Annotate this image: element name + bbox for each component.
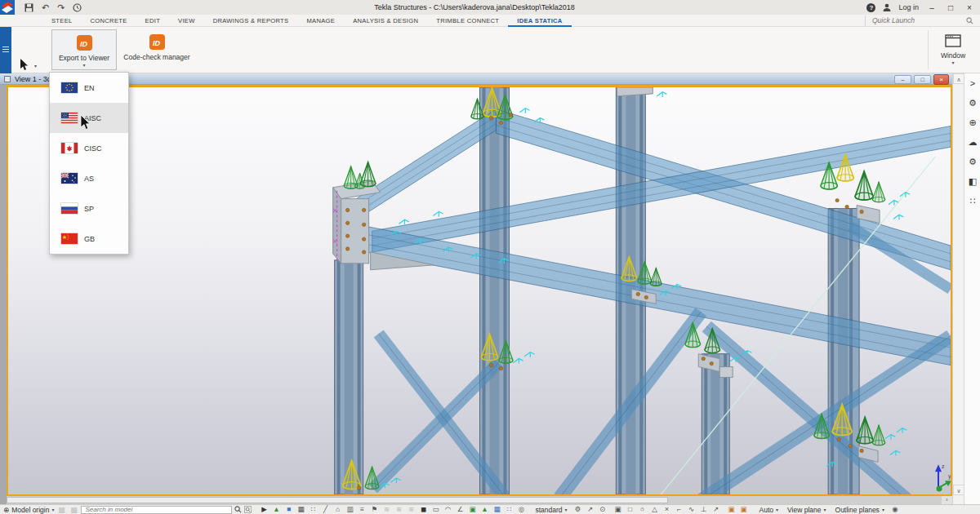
cube-3d-icon[interactable]: ◧	[964, 171, 980, 191]
select-filter-tee-icon[interactable]: ⊥	[699, 505, 709, 514]
select-filter-box-icon[interactable]: □	[626, 505, 635, 514]
history-clock-icon[interactable]	[73, 3, 82, 12]
window-button[interactable]: Window ▾	[933, 29, 973, 70]
file-menu-strip[interactable]	[0, 27, 11, 73]
scroll-down-icon[interactable]: ∨	[953, 485, 964, 495]
green-plate-icon[interactable]: ▣	[467, 505, 477, 514]
apps-grid-icon[interactable]: ∷	[964, 191, 980, 210]
code-option-gb[interactable]: GB	[50, 224, 128, 254]
view-maximize-button[interactable]: □	[914, 75, 931, 84]
select-pointer-icon[interactable]: ▶	[259, 505, 269, 514]
settings-gear-icon[interactable]: ⚙	[964, 152, 980, 171]
code-option-sp[interactable]: SP	[50, 193, 128, 224]
ribbon-tab[interactable]: ANALYSIS & DESIGN	[344, 15, 427, 27]
save-icon[interactable]	[24, 3, 33, 12]
select-filter-plate-icon[interactable]: ▣	[613, 505, 623, 514]
scroll-right-icon[interactable]: ›	[942, 496, 952, 504]
green-cone-icon[interactable]: ▲	[479, 505, 489, 514]
code-option-cisc[interactable]: CISC	[50, 133, 128, 163]
snap-points-icon[interactable]: ▲	[271, 505, 281, 514]
axis-y-label: y	[948, 473, 951, 480]
ribbon-tab[interactable]: IDEA STATICA	[508, 15, 571, 27]
orbit-tool-icon[interactable]: ⊙	[598, 505, 608, 514]
grid-snap-icon[interactable]: ▦	[296, 505, 305, 514]
outline-planes-dropdown[interactable]: Outline planes ▾	[832, 506, 888, 514]
select-filter-cross-icon[interactable]: ×	[662, 505, 672, 514]
ribbon-tab[interactable]: CONCRETE	[82, 15, 136, 27]
quick-launch-input[interactable]	[872, 16, 962, 25]
horizontal-scrollbar-thumb[interactable]	[7, 497, 668, 503]
model-origin-selector[interactable]: ⊕ Model origin ▾	[3, 506, 54, 514]
ribbon-tab[interactable]: MANAGE	[297, 15, 344, 27]
vertical-scrollbar[interactable]: ∧ ∨	[952, 73, 964, 504]
redo-icon[interactable]: ↷	[57, 0, 65, 15]
column-center	[479, 87, 509, 494]
flag-ca-icon	[61, 143, 78, 153]
window-title: Tekla Structures - C:\Users\kaderova.jan…	[82, 3, 866, 11]
view-toolbar: ⚙↗⊙	[573, 505, 608, 514]
fly-tool-icon[interactable]: ↗	[586, 505, 595, 514]
expand-panel-icon[interactable]: >	[964, 73, 980, 93]
minimize-button[interactable]: –	[926, 3, 938, 12]
view-plane-caret-icon: ▾	[824, 507, 826, 512]
select-tool-caret-icon[interactable]: ▾	[34, 63, 37, 69]
3d-viewport[interactable]: z y	[8, 87, 951, 494]
ribbon-tab[interactable]: DRAWINGS & REPORTS	[204, 15, 298, 27]
select-filter-corner-icon[interactable]: ⌐	[675, 505, 684, 514]
close-button[interactable]: ×	[964, 3, 975, 12]
login-button[interactable]: Log in	[898, 3, 919, 11]
code-check-manager-button[interactable]: ID Code-check manager	[119, 29, 194, 70]
hatch-snap-icon[interactable]: ▥	[345, 505, 354, 514]
blue-grid-icon[interactable]: ▦	[492, 505, 501, 514]
code-option-as[interactable]: AS	[50, 163, 128, 193]
select-cursor-icon[interactable]	[20, 59, 29, 71]
globe-icon[interactable]: ⊕	[964, 113, 980, 132]
component-box-icon-1[interactable]: ▣	[727, 505, 737, 514]
component-box-icon-2[interactable]: ▣	[739, 505, 749, 514]
divider	[865, 16, 866, 26]
angle-tool-icon[interactable]: ∠	[455, 505, 465, 514]
ribbon-tab[interactable]: VIEW	[169, 15, 204, 27]
view-close-button[interactable]: ×	[933, 74, 949, 85]
line-snap-icon[interactable]: ╱	[320, 505, 330, 514]
ribbon-tab[interactable]: STEEL	[42, 15, 82, 27]
color-swatch-icon[interactable]: ■	[283, 505, 293, 514]
export-to-viewer-button[interactable]: ID Export to Viewer ▾	[51, 29, 117, 70]
select-filter-wave-icon[interactable]: ∿	[687, 505, 697, 514]
undo-icon[interactable]: ↶	[42, 0, 49, 15]
snap-toolbar-disabled: ≋≋≋	[381, 505, 416, 514]
cloud-icon[interactable]: ☁	[964, 132, 980, 152]
plane-snap-icon[interactable]: ⌂	[332, 505, 342, 514]
auto-dropdown[interactable]: Auto ▾	[756, 506, 782, 514]
search-icon[interactable]	[234, 506, 242, 513]
point-snap-icon[interactable]: ∷	[308, 505, 318, 514]
solid-box-icon[interactable]: ◼	[418, 505, 428, 514]
visibility-eye-icon[interactable]: ◉	[890, 505, 900, 514]
view-window-titlebar[interactable]: View 1 - 3d	[0, 73, 952, 85]
scroll-up-icon[interactable]: ∧	[953, 73, 964, 84]
view-minimize-button[interactable]: –	[894, 75, 911, 84]
model-search-input[interactable]	[81, 506, 232, 514]
select-filter-circle-icon[interactable]: ○	[638, 505, 648, 514]
outline-box-icon[interactable]: ▭	[430, 505, 440, 514]
blue-points-icon[interactable]: ∷	[504, 505, 514, 514]
search-selected-icon[interactable]	[244, 506, 252, 513]
selection-filter-dropdown[interactable]: standard ▾	[532, 506, 570, 514]
help-icon[interactable]: ?	[866, 3, 875, 12]
select-filter-arrow-icon[interactable]: ↗	[711, 505, 721, 514]
flag-snap-icon[interactable]: ⚑	[369, 505, 379, 514]
ribbon-tab[interactable]: TRIMBLE CONNECT	[427, 15, 508, 27]
arc-tool-icon[interactable]: ◠	[443, 505, 452, 514]
horizontal-scrollbar[interactable]: ›	[7, 496, 952, 504]
zoom-tool-icon[interactable]: ◎	[516, 505, 526, 514]
ribbon-tab[interactable]: EDIT	[136, 15, 170, 27]
gear-question-icon[interactable]: ⚙	[964, 93, 980, 113]
view-plane-dropdown[interactable]: View plane ▾	[784, 506, 829, 514]
list-snap-icon[interactable]: ≡	[357, 505, 367, 514]
selection-filter-caret-icon: ▾	[565, 507, 568, 512]
settings-gear-icon[interactable]: ⚙	[573, 505, 583, 514]
quick-launch-search-icon[interactable]	[966, 17, 973, 24]
code-option-en[interactable]: EN	[50, 73, 128, 103]
select-filter-triangle-icon[interactable]: △	[650, 505, 660, 514]
maximize-button[interactable]: □	[945, 3, 956, 12]
